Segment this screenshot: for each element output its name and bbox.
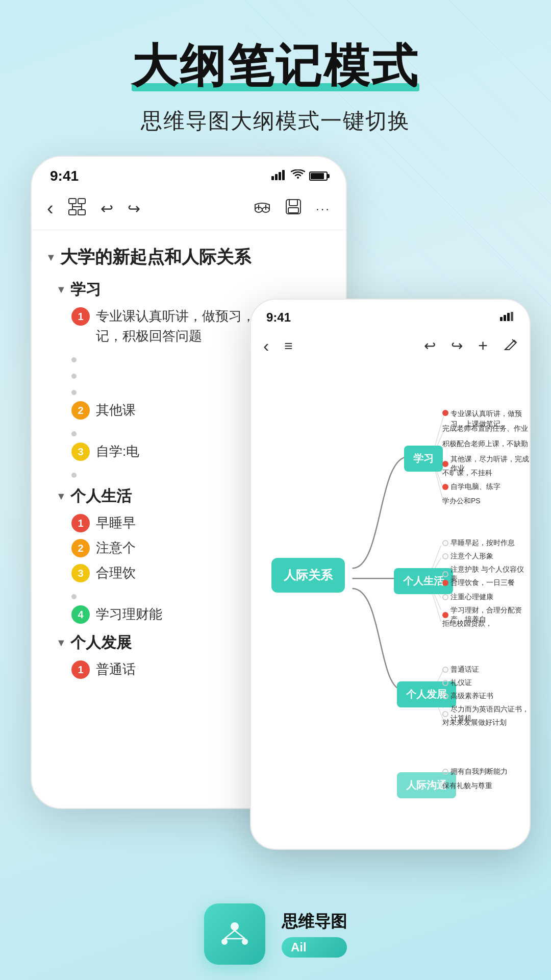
ai-badge: Ail [282, 937, 347, 958]
mindmap-area: 人际关系 学习 专业课认真听讲，做预习，上课做笔记， 完成老师布置的任务、作业 … [251, 364, 530, 823]
dev-item-1: 普通话证 [442, 665, 479, 674]
mindmap-toggle-icon[interactable] [68, 198, 86, 219]
svg-point-50 [221, 939, 228, 945]
svg-rect-24 [289, 200, 297, 206]
collapse-icon[interactable]: ▼ [46, 252, 56, 263]
bullet-dot [71, 473, 77, 478]
life-item-5: 注重心理健康 [442, 593, 493, 602]
life-item-7: 拒绝校园贷款， [442, 619, 492, 628]
redo-icon-sm[interactable]: ↪ [451, 337, 463, 354]
audio-icon[interactable] [254, 200, 271, 217]
bullet-dot [71, 390, 77, 395]
svg-point-49 [231, 922, 239, 930]
svg-rect-29 [511, 312, 513, 321]
svg-point-51 [242, 939, 248, 945]
svg-rect-14 [69, 199, 76, 204]
svg-rect-26 [500, 317, 503, 321]
svg-rect-17 [78, 210, 85, 215]
signal-icon-sm [500, 312, 514, 323]
status-icons-primary [271, 169, 328, 183]
phones-container: 9:41 ‹ [20, 156, 531, 880]
life-item-2: 注意个人形象 [442, 552, 493, 561]
app-name: 思维导图 [282, 911, 347, 933]
study-item-5: 不旷课，不挂科 [442, 469, 492, 478]
bullet-dot [71, 357, 77, 362]
app-icon[interactable] [204, 903, 265, 965]
phone-secondary: 9:41 ‹ ≡ ↩ ↪ + [250, 299, 531, 850]
svg-line-52 [224, 930, 235, 939]
bullet-3: 3 [71, 443, 90, 461]
bullet-2: 2 [71, 401, 90, 420]
bullet-1: 1 [71, 307, 90, 326]
hero-title: 大纲笔记模式 [132, 41, 419, 91]
status-bar-primary: 9:41 [32, 157, 346, 187]
back-button[interactable]: ‹ [47, 198, 54, 219]
undo-icon-sm[interactable]: ↩ [424, 337, 436, 354]
app-area: 思维导图 Ail [204, 903, 347, 965]
svg-rect-12 [279, 172, 281, 180]
toolbar-secondary: ‹ ≡ ↩ ↪ + [251, 328, 530, 364]
svg-rect-28 [507, 313, 510, 321]
battery-icon [309, 172, 328, 181]
study-item-7: 学办公和PS [442, 497, 481, 506]
central-node: 人际关系 [271, 558, 345, 593]
branch-study: 学习 [404, 446, 443, 472]
status-bar-secondary: 9:41 [251, 300, 530, 328]
dev-item-3: 高级素养证书 [442, 692, 493, 701]
social-item-1: 拥有自我判断能力 [442, 767, 508, 776]
study-item-6: 自学电脑、练字 [442, 482, 500, 492]
life-item-1: 早睡早起，按时作息 [442, 538, 515, 548]
toolbar-primary: ‹ ↩ ↪ [32, 187, 346, 230]
dev-item-5: 对未来发展做好计划 [442, 718, 507, 727]
time-primary: 9:41 [50, 168, 79, 184]
study-item-2: 完成老师布置的任务、作业 [442, 424, 528, 433]
life-item-4: 合理饮食，一日三餐 [442, 578, 515, 587]
svg-line-53 [235, 930, 245, 939]
svg-rect-15 [78, 199, 85, 204]
social-item-2: 保有礼貌与尊重 [442, 781, 492, 791]
svg-rect-16 [69, 210, 76, 215]
study-item-3: 积极配合老师上课，不缺勤 [442, 439, 528, 449]
add-icon[interactable]: + [478, 336, 488, 355]
save-icon[interactable] [285, 199, 302, 218]
undo-icon[interactable]: ↩ [101, 200, 113, 217]
bullet-dot [71, 374, 77, 379]
signal-icon [271, 170, 287, 183]
outline-main-title: ▼ 大学的新起点和人际关系 [46, 246, 332, 269]
svg-rect-25 [288, 208, 298, 213]
section-study-title: ▼ 学习 [46, 279, 332, 300]
svg-rect-11 [275, 174, 278, 180]
more-icon[interactable]: ··· [316, 202, 331, 216]
dev-item-2: 礼仪证 [442, 678, 472, 688]
hero-title-wrapper: 大纲笔记模式 [132, 41, 419, 91]
outline-toggle-icon[interactable]: ≡ [284, 339, 292, 353]
svg-rect-10 [271, 176, 274, 180]
svg-rect-13 [282, 170, 285, 180]
hero-section: 大纲笔记模式 思维导图大纲模式一键切换 [0, 0, 551, 156]
back-button-sm[interactable]: ‹ [263, 336, 269, 356]
pen-icon[interactable] [503, 337, 517, 355]
bullet-dot [71, 431, 77, 436]
wifi-icon [291, 169, 305, 183]
redo-icon[interactable]: ↪ [128, 200, 140, 217]
app-label-row: 思维导图 Ail [204, 903, 347, 965]
svg-rect-27 [504, 315, 506, 321]
time-secondary: 9:41 [266, 310, 291, 325]
hero-subtitle: 思维导图大纲模式一键切换 [0, 107, 551, 135]
